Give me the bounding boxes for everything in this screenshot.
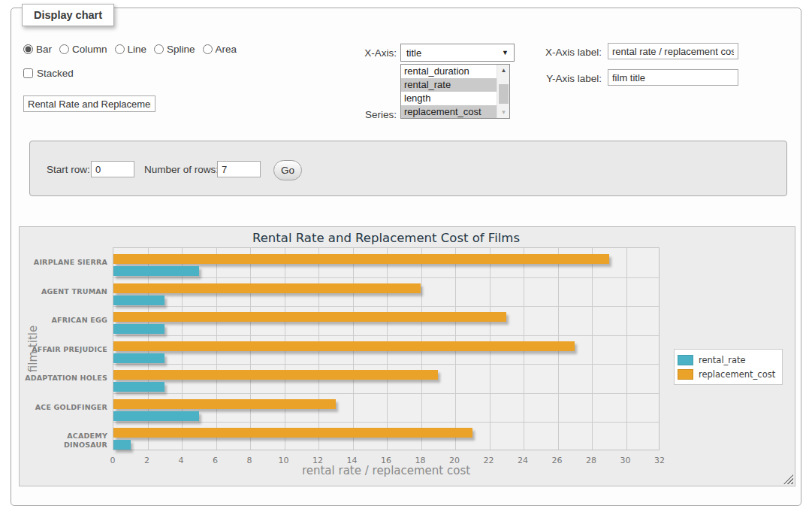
bar-replacement_cost bbox=[113, 312, 506, 322]
chart-type-label: Bar bbox=[36, 44, 52, 55]
category-label: ACADEMY DINOSAUR bbox=[23, 432, 107, 450]
gridline bbox=[113, 335, 659, 336]
chart-type-line: Line bbox=[115, 44, 147, 55]
x-axis-label-field-label: X-Axis label: bbox=[516, 47, 602, 58]
resize-grip-icon[interactable] bbox=[783, 474, 793, 484]
chevron-down-icon: ▼ bbox=[502, 49, 509, 56]
bar-replacement_cost bbox=[113, 428, 472, 438]
gridline bbox=[592, 248, 593, 450]
bar-rental_rate bbox=[113, 382, 165, 392]
chart-type-label: Column bbox=[72, 44, 107, 55]
chart-type-radio-area[interactable] bbox=[203, 44, 213, 54]
y-axis-label-field-label: Y-Axis label: bbox=[516, 73, 602, 84]
listbox-scrollbar[interactable]: ▲ ▼ bbox=[497, 65, 509, 118]
start-row-input[interactable] bbox=[91, 161, 134, 177]
series-option-length[interactable]: length bbox=[401, 92, 498, 105]
series-option-replacement_cost[interactable]: replacement_cost bbox=[401, 105, 498, 119]
chart-type-radio-group: BarColumnLineSplineArea bbox=[23, 44, 240, 55]
start-row-label: Start row: bbox=[47, 164, 90, 175]
chart-type-bar: Bar bbox=[23, 44, 52, 55]
stacked-row: Stacked bbox=[23, 68, 74, 79]
legend-entry-rental_rate: rental_rate bbox=[678, 353, 775, 367]
bar-replacement_cost bbox=[113, 254, 609, 264]
chart-type-column: Column bbox=[59, 44, 107, 55]
series-select-label: Series: bbox=[327, 109, 397, 120]
chart-type-label: Area bbox=[216, 44, 237, 55]
chart-type-area: Area bbox=[203, 44, 237, 55]
bar-replacement_cost bbox=[113, 370, 438, 380]
num-rows-input[interactable] bbox=[217, 161, 261, 177]
bar-rental_rate bbox=[113, 411, 199, 421]
category-label: AFRICAN EGG bbox=[23, 316, 107, 325]
fieldset-legend: Display chart bbox=[22, 4, 114, 26]
gridline bbox=[113, 364, 659, 365]
bar-rental_rate bbox=[113, 266, 199, 276]
legend-label: replacement_cost bbox=[699, 369, 775, 380]
chart-type-radio-column[interactable] bbox=[59, 44, 69, 54]
category-label: AIRPLANE SIERRA bbox=[23, 258, 107, 267]
category-label: AGENT TRUMAN bbox=[23, 287, 107, 296]
series-option-rental_duration[interactable]: rental_duration bbox=[401, 65, 498, 78]
chart-type-radio-bar[interactable] bbox=[23, 44, 33, 54]
scroll-down-icon[interactable]: ▼ bbox=[497, 107, 510, 118]
legend-label: rental_rate bbox=[699, 355, 746, 365]
bar-rental_rate bbox=[113, 353, 165, 363]
y-axis-label-input[interactable] bbox=[608, 69, 738, 86]
y-axis-title: film title bbox=[26, 326, 40, 372]
row-range-box: Start row: Number of rows: Go bbox=[29, 141, 787, 196]
display-chart-fieldset: Display chart BarColumnLineSplineArea St… bbox=[11, 8, 801, 506]
gridline bbox=[626, 248, 627, 450]
bar-rental_rate bbox=[113, 295, 165, 305]
chart-title-input[interactable] bbox=[23, 95, 155, 112]
x-axis-select-label: X-Axis: bbox=[327, 47, 397, 59]
chart-plot-area bbox=[113, 247, 660, 450]
legend-entry-replacement_cost: replacement_cost bbox=[678, 367, 775, 381]
stacked-label: Stacked bbox=[37, 68, 74, 79]
chart-type-radio-spline[interactable] bbox=[154, 44, 164, 54]
bar-rental_rate bbox=[113, 324, 165, 334]
chart-legend: rental_ratereplacement_cost bbox=[674, 349, 783, 385]
chart-type-label: Spline bbox=[167, 44, 195, 55]
bar-rental_rate bbox=[113, 440, 131, 450]
x-axis-title: rental rate / replacement cost bbox=[113, 464, 660, 477]
x-axis-selected-value: title bbox=[406, 47, 421, 59]
series-option-rental_rate[interactable]: rental_rate bbox=[401, 78, 498, 92]
series-listbox[interactable]: rental_durationrental_ratelengthreplacem… bbox=[400, 64, 510, 119]
chart-title: Rental Rate and Replacement Cost of Film… bbox=[113, 231, 660, 245]
chart-type-radio-line[interactable] bbox=[115, 44, 125, 54]
gridline bbox=[113, 422, 659, 423]
chart-container: Rental Rate and Replacement Cost of Film… bbox=[19, 226, 795, 486]
x-axis-label-input[interactable] bbox=[608, 43, 738, 59]
go-button[interactable]: Go bbox=[273, 160, 302, 180]
gridline bbox=[113, 393, 659, 394]
legend-swatch-icon bbox=[678, 369, 693, 380]
stacked-checkbox[interactable] bbox=[23, 68, 33, 78]
num-rows-label: Number of rows: bbox=[144, 164, 219, 175]
scroll-up-icon[interactable]: ▲ bbox=[497, 65, 510, 76]
legend-swatch-icon bbox=[678, 355, 693, 365]
chart-type-label: Line bbox=[128, 44, 147, 55]
bar-replacement_cost bbox=[113, 341, 575, 351]
bar-replacement_cost bbox=[113, 399, 336, 409]
x-axis-select[interactable]: title ▼ bbox=[400, 44, 515, 62]
chart-type-spline: Spline bbox=[154, 44, 195, 55]
bar-replacement_cost bbox=[113, 283, 421, 293]
gridline bbox=[113, 306, 659, 307]
category-label: ADAPTATION HOLES bbox=[23, 374, 107, 383]
gridline bbox=[113, 277, 659, 278]
scrollbar-thumb[interactable] bbox=[499, 84, 509, 104]
category-label: ACE GOLDFINGER bbox=[23, 403, 107, 412]
